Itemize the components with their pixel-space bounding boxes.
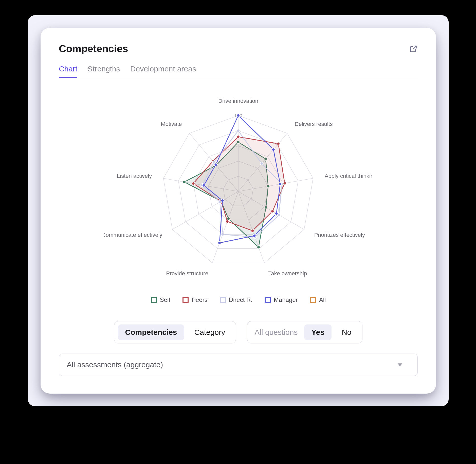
svg-point-29 xyxy=(257,246,260,249)
svg-point-63 xyxy=(214,163,217,166)
legend-swatch xyxy=(220,297,226,303)
legend-swatch xyxy=(182,297,189,303)
chevron-down-icon xyxy=(398,363,402,366)
legend-label: All xyxy=(319,296,326,303)
card-tabs: Chart Strengths Development areas xyxy=(59,65,418,78)
svg-point-57 xyxy=(279,183,282,186)
svg-point-32 xyxy=(183,180,186,183)
radar-chart: 100Drive innovationDelivers resultsApply… xyxy=(104,90,373,289)
legend-item[interactable]: Peers xyxy=(182,296,208,303)
legend-swatch xyxy=(265,297,271,303)
svg-point-60 xyxy=(218,241,221,244)
legend-item[interactable]: Direct R. xyxy=(220,296,252,303)
legend-item[interactable]: Manager xyxy=(265,296,298,303)
segment-label-all-questions: All questions xyxy=(251,328,301,337)
tab-development-areas[interactable]: Development areas xyxy=(130,65,196,78)
competencies-card: Competencies Chart Strengths Development… xyxy=(41,28,436,394)
assessment-select-value: All assessments (aggregate) xyxy=(67,360,163,369)
svg-point-62 xyxy=(202,184,205,187)
svg-point-55 xyxy=(237,114,240,117)
svg-point-42 xyxy=(192,182,195,185)
legend-swatch xyxy=(310,297,316,303)
legend-item[interactable]: Self xyxy=(151,296,170,303)
svg-point-56 xyxy=(272,148,275,151)
svg-text:Listen actively: Listen actively xyxy=(117,173,152,179)
svg-text:Prioritizes effectively: Prioritizes effectively xyxy=(314,232,365,238)
legend-label: Peers xyxy=(192,296,208,303)
svg-text:Apply critical thinking: Apply critical thinking xyxy=(325,173,373,179)
svg-point-58 xyxy=(275,212,278,215)
svg-text:Delivers results: Delivers results xyxy=(295,121,333,127)
legend-label: Self xyxy=(160,296,170,303)
svg-text:Provide structure: Provide structure xyxy=(166,270,208,277)
svg-text:Drive innovation: Drive innovation xyxy=(218,98,258,104)
segment-competencies[interactable]: Competencies xyxy=(118,324,184,340)
all-questions-segmented: All questions Yes No xyxy=(247,321,362,343)
assessment-select[interactable]: All assessments (aggregate) xyxy=(59,354,418,376)
grouping-segmented: Competencies Category xyxy=(114,321,236,343)
card-title: Competencies xyxy=(59,43,128,54)
open-external-icon[interactable] xyxy=(409,45,418,53)
tab-chart[interactable]: Chart xyxy=(59,65,77,78)
segment-category[interactable]: Category xyxy=(187,324,232,340)
segment-no[interactable]: No xyxy=(335,324,358,340)
legend-label: Manager xyxy=(274,296,298,303)
svg-point-61 xyxy=(221,199,224,202)
svg-text:Take ownership: Take ownership xyxy=(268,270,307,277)
svg-text:Motivate: Motivate xyxy=(161,121,182,127)
legend-swatch xyxy=(151,297,157,303)
svg-point-36 xyxy=(277,142,280,145)
svg-point-37 xyxy=(283,182,286,185)
legend-label: Direct R. xyxy=(229,296,252,303)
segment-yes[interactable]: Yes xyxy=(304,324,332,340)
svg-text:Communicate effectively: Communicate effectively xyxy=(104,232,162,238)
chart-legend: SelfPeersDirect R.ManagerAll xyxy=(151,296,326,303)
tab-strengths[interactable]: Strengths xyxy=(87,65,120,78)
svg-point-59 xyxy=(253,234,256,237)
legend-item[interactable]: All xyxy=(310,296,326,303)
